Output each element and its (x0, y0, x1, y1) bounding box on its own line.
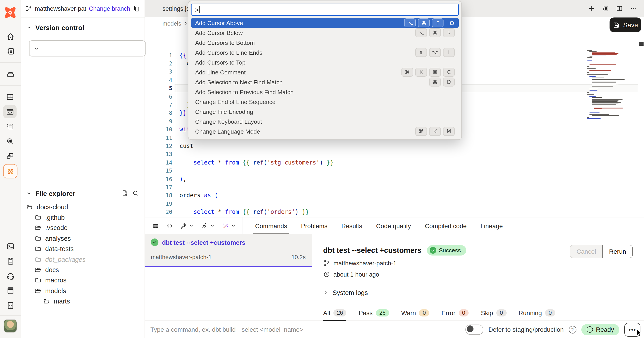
tree-item-macros[interactable]: macros (20, 275, 144, 286)
change-branch-link[interactable]: Change branch (89, 5, 130, 12)
rail-clipboard-icon[interactable] (4, 254, 17, 268)
stat-tab-error[interactable]: Error0 (442, 309, 469, 320)
scrollbar-thumb[interactable] (639, 42, 644, 46)
panel-tabs: CommandsProblemsResultsCode qualityCompi… (243, 217, 503, 234)
panel-tab-code-quality[interactable]: Code quality (376, 217, 411, 234)
palette-item[interactable]: Change End of Line Sequence (191, 97, 459, 107)
copilot-menu-button[interactable] (222, 222, 236, 229)
command-input[interactable]: Type a command, ex. dbt build --select <… (144, 326, 303, 333)
stat-count-badge: 0 (496, 309, 506, 316)
panel-tab-compiled-code[interactable]: Compiled code (425, 217, 467, 234)
stat-tab-running[interactable]: Running0 (518, 309, 555, 320)
palette-item[interactable]: Add Line Comment⌘K⌘C (191, 67, 459, 77)
rail-book-icon[interactable] (4, 284, 17, 297)
gear-icon[interactable]: ⚙ (449, 19, 455, 27)
line-number: 19 (144, 200, 180, 207)
palette-item[interactable]: Add Cursors to Bottom (191, 38, 459, 48)
palette-item[interactable]: Change Language Mode⌘KM (191, 126, 459, 136)
save-button[interactable]: Save (610, 18, 641, 32)
build-menu-button[interactable] (180, 222, 194, 229)
palette-item-label: Change End of Line Sequence (195, 98, 276, 105)
tree-item-docs[interactable]: docs (20, 265, 144, 275)
rail-selection-icon[interactable] (3, 120, 16, 133)
stat-tab-pass[interactable]: Pass26 (359, 309, 389, 320)
run-actions: Cancel Rerun (570, 245, 633, 258)
copy-icon[interactable] (133, 5, 140, 12)
split-editor-icon[interactable] (616, 5, 623, 12)
create-pr-button[interactable]: Create a pull request on Gi... (29, 40, 146, 57)
command-palette-input[interactable]: > (191, 4, 459, 16)
code-line-15[interactable]: 15 (144, 166, 638, 175)
new-file-icon[interactable] (121, 190, 128, 197)
rail-home-icon[interactable] (4, 30, 17, 43)
panel-tab-results[interactable]: Results (341, 217, 362, 234)
tree-item-.github[interactable]: .github (20, 212, 144, 223)
rail-archive-icon[interactable] (4, 67, 17, 81)
tree-item-models[interactable]: models (20, 286, 144, 296)
dbt-logo-icon[interactable] (4, 6, 17, 19)
rail-copilot-atom-icon[interactable] (3, 164, 18, 179)
tree-item-docs-cloud[interactable]: docs-cloud (20, 202, 144, 212)
rail-windows-icon[interactable] (3, 149, 16, 163)
notebook-panel-icon[interactable] (602, 5, 609, 12)
pr-dropdown-toggle[interactable] (29, 41, 43, 56)
code-line-20[interactable]: 20 select * from {{ ref('orders') }} (144, 208, 638, 216)
rail-building-icon[interactable] (4, 298, 17, 312)
cancel-button[interactable]: Cancel (570, 245, 603, 258)
stat-tab-warn[interactable]: Warn0 (401, 309, 430, 320)
code-line-14[interactable]: 14 select * from {{ ref('stg_customers')… (144, 158, 638, 166)
palette-item[interactable]: Add Cursors to Line Ends⇧⌥I (191, 48, 459, 57)
search-icon[interactable] (132, 190, 139, 197)
more-options-icon[interactable] (630, 5, 637, 12)
panel-tab-lineage[interactable]: Lineage (480, 217, 503, 234)
magic-wand-icon (222, 222, 229, 229)
version-control-header[interactable]: Version control (20, 18, 144, 31)
system-logs-toggle[interactable]: System logs (323, 289, 644, 296)
palette-item[interactable]: Add Cursor Above⌥⌘↑⚙ (191, 18, 459, 28)
palette-item[interactable]: Add Cursors to Top (191, 57, 459, 67)
code-line-17[interactable]: 17 (144, 183, 638, 192)
code-line-18[interactable]: 18orders as ( (144, 191, 638, 200)
rail-headset-icon[interactable] (4, 269, 17, 282)
tree-item-dbt_packages[interactable]: dbt_packages (20, 254, 144, 265)
defer-toggle[interactable] (466, 324, 484, 335)
tree-item-data-tests[interactable]: data-tests (20, 244, 144, 254)
code-compile-icon[interactable] (166, 222, 173, 229)
ready-status[interactable]: Ready (581, 324, 620, 335)
editor-scrollbar[interactable] (638, 17, 644, 217)
panel-tab-commands[interactable]: Commands (255, 217, 287, 234)
rail-code-window-icon[interactable] (3, 105, 16, 118)
minimap[interactable] (587, 50, 626, 122)
palette-item[interactable]: Add Selection to Previous Find Match (191, 87, 459, 97)
palette-item[interactable]: Change File Encoding (191, 107, 459, 117)
key-D: D (443, 78, 455, 87)
palette-item[interactable]: Add Cursor Below⌥⌘↓ (191, 28, 459, 38)
panel-tab-problems[interactable]: Problems (301, 217, 327, 234)
tree-item-analyses[interactable]: analyses (20, 233, 144, 244)
file-explorer-header[interactable]: File explorer (20, 187, 144, 199)
code-line-13[interactable]: 13 (144, 150, 638, 158)
code-line-19[interactable]: 19 (144, 200, 638, 208)
help-icon[interactable]: ? (568, 326, 576, 333)
rail-search-chart-icon[interactable] (3, 134, 16, 148)
stat-tab-skip[interactable]: Skip0 (481, 309, 506, 320)
rail-grid-icon[interactable] (3, 90, 16, 104)
tree-item-marts[interactable]: marts (20, 296, 144, 307)
code-line-12[interactable]: 12cust (144, 142, 638, 150)
palette-item[interactable]: Add Selection to Next Find Match⌘D (191, 77, 459, 87)
code-line-16[interactable]: 16), (144, 175, 638, 183)
new-tab-icon[interactable] (588, 5, 595, 12)
run-list-item[interactable]: dbt test --select +customers matthewshav… (144, 234, 312, 267)
palette-item[interactable]: Change Keyboard Layout (191, 117, 459, 126)
user-avatar[interactable] (4, 319, 17, 333)
rail-notebook-icon[interactable] (4, 44, 17, 58)
text-caret (199, 6, 200, 13)
stat-tab-all[interactable]: All26 (323, 309, 346, 320)
breadcrumb-root[interactable]: models (162, 20, 181, 27)
key-cmd: ⌘ (418, 18, 430, 27)
tree-item-.vscode[interactable]: .vscode (20, 223, 144, 233)
rail-terminal-icon[interactable] (4, 239, 17, 253)
results-table-icon[interactable] (152, 222, 159, 229)
rerun-button[interactable]: Rerun (602, 245, 633, 258)
format-menu-button[interactable] (201, 222, 215, 229)
